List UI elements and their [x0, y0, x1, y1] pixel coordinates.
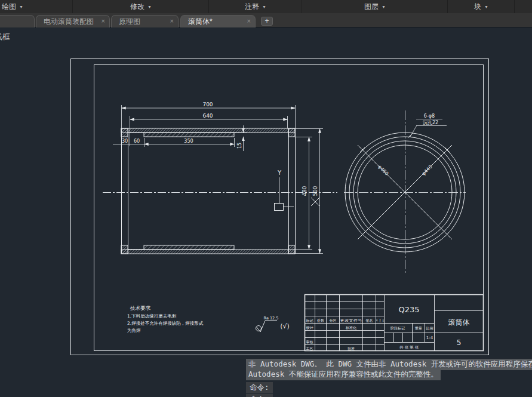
- file-tab-schematic[interactable]: 原理图 ×: [111, 15, 179, 27]
- chevron-down-icon: ▼: [262, 5, 266, 9]
- chevron-down-icon: ▼: [147, 5, 152, 9]
- dim-500: 500: [312, 186, 318, 196]
- ucs-icon: [275, 177, 294, 211]
- tb-hdr-date: 年、月、日: [376, 318, 384, 323]
- file-tab-partial[interactable]: [0, 15, 35, 27]
- break-mark: [311, 198, 319, 206]
- dim-350: 350: [184, 139, 193, 144]
- file-tab-assembly[interactable]: 电动滚筒装配图 ×: [36, 15, 110, 27]
- ribbon-panel-draw[interactable]: 绘图 ▼: [0, 0, 73, 13]
- tb-standard: 标准化: [345, 325, 356, 330]
- tb-part-name: 滚筒体: [448, 318, 470, 327]
- notes-line3: 为角焊: [127, 328, 141, 333]
- dim-60: 60: [134, 139, 140, 144]
- technical-notes: 技术要求 1.下料后边缘打磨去毛刺 2.焊接处不允许有焊接缺陷，焊接形式 为角焊: [127, 305, 204, 333]
- dimension-lines: [113, 105, 323, 254]
- roughness-value: Ra 12.5: [264, 316, 279, 321]
- file-tab-drum-body[interactable]: 滚筒体* ×: [180, 15, 256, 27]
- drawing-canvas[interactable]: 线框: [0, 27, 532, 397]
- file-tab-bar: 电动滚筒装配图 × 原理图 × 滚筒体* × +: [0, 13, 532, 27]
- dim-15: 15: [237, 143, 242, 149]
- ribbon-panel-annotate[interactable]: 注释 ▼: [210, 0, 302, 13]
- command-warning-line2: Autodesk 不能保证应用程序兼容性或此文件的完整性。: [246, 369, 441, 380]
- ribbon-panel-annotate-label: 注释: [245, 2, 259, 12]
- tb-process: 工艺: [306, 346, 313, 350]
- tb-weight-label: 重量: [414, 326, 422, 330]
- ribbon-panel-modify-label: 修改: [130, 2, 144, 12]
- tb-hdr-sign: 签名: [366, 318, 373, 323]
- holes-note-line2: 沉孔22: [423, 120, 438, 125]
- tb-scale-label: 比例: [426, 326, 433, 331]
- chevron-down-icon: ▼: [484, 5, 488, 9]
- tb-hdr-docno: 更改文件号: [340, 318, 362, 322]
- new-tab-button[interactable]: +: [261, 17, 273, 26]
- tb-approve: 批准: [348, 346, 355, 351]
- file-tab-label: 原理图: [112, 17, 140, 27]
- ribbon-panel-layers[interactable]: 图层 ▼: [303, 0, 448, 13]
- close-icon[interactable]: ×: [102, 17, 105, 24]
- dim-640: 640: [202, 113, 213, 119]
- tb-sheet-no: 5: [457, 338, 462, 347]
- notes-title: 技术要求: [130, 305, 151, 311]
- command-prompt-input[interactable]: 命令:: [246, 394, 273, 397]
- holes-note-line1: 6-φ8: [424, 113, 435, 119]
- tb-hdr-zone: 分区: [330, 318, 337, 322]
- notes-line1: 1.下料后边缘打磨去毛刺: [127, 313, 177, 319]
- ribbon-panel-layers-label: 图层: [364, 2, 379, 12]
- dim-700: 700: [202, 101, 213, 107]
- notes-line2: 2.焊接处不允许有焊接缺陷，焊接形式: [127, 321, 204, 326]
- ribbon-panel-block[interactable]: 块 ▼: [448, 0, 515, 13]
- ribbon-panel-modify[interactable]: 修改 ▼: [73, 0, 209, 13]
- chevron-down-icon: ▼: [19, 5, 23, 9]
- tb-design: 设计: [306, 325, 313, 330]
- tb-hdr-count: 处数: [316, 318, 324, 323]
- ribbon-panel-draw-label: 绘图: [2, 2, 16, 12]
- tb-sheets: 共 张 第 张: [399, 345, 419, 350]
- command-prompt[interactable]: 命令:: [246, 382, 273, 393]
- roughness-other: (√): [280, 322, 290, 330]
- close-icon[interactable]: ×: [247, 17, 251, 24]
- close-icon[interactable]: ×: [170, 17, 174, 24]
- end-view: [345, 133, 465, 252]
- ribbon-bar: 绘图 ▼ 修改 ▼ 注释 ▼ 图层 ▼ 块 ▼: [0, 0, 532, 13]
- dim-480: 480: [302, 186, 307, 196]
- tb-hdr-mark: 标记: [306, 318, 313, 323]
- ucs-y-label: Y: [277, 170, 282, 176]
- dim-30: 30: [122, 139, 128, 144]
- ribbon-panel-block-label: 块: [474, 2, 481, 12]
- file-tab-label: 滚筒体*: [181, 17, 213, 27]
- file-tab-label: 电动滚筒装配图: [36, 17, 94, 27]
- chevron-down-icon: ▼: [382, 5, 386, 9]
- roughness-symbol: [256, 321, 278, 332]
- tb-material: Q235: [398, 305, 419, 314]
- tb-check: 审核: [306, 340, 313, 344]
- cad-drawing: 700 640 30 60 350 15 480 500 Y: [0, 27, 532, 397]
- tb-scale-value: 1:4: [426, 336, 433, 340]
- tb-stage-label: 阶段标记: [390, 326, 405, 331]
